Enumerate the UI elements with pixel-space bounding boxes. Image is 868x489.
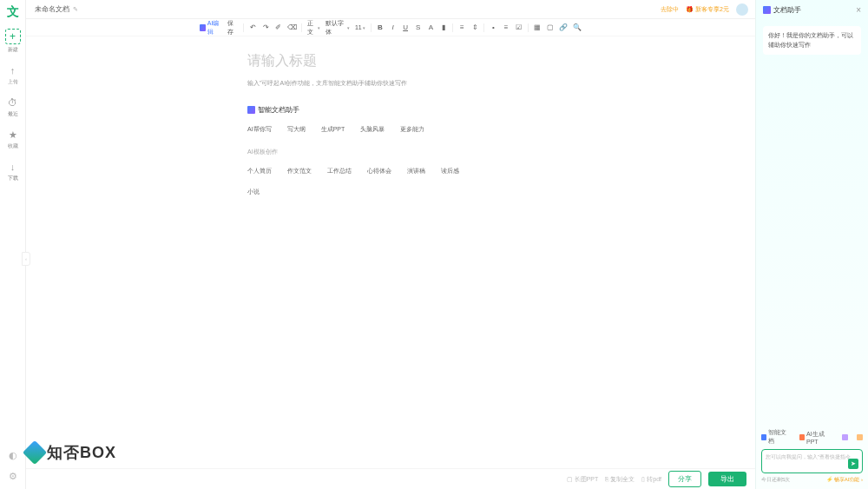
chip-outline[interactable]: 写大纲 — [287, 123, 306, 135]
close-icon[interactable]: × — [856, 5, 861, 15]
tab-smart-doc[interactable]: 智能文档 — [761, 428, 791, 446]
to-pdf-button[interactable]: ▯转pdf — [641, 475, 661, 484]
collapse-sidebar[interactable]: ‹ — [22, 252, 30, 266]
chip-resume[interactable]: 个人简历 — [247, 165, 272, 177]
long-image-button[interactable]: ▢长图PPT — [567, 475, 599, 484]
edit-icon[interactable]: ✎ — [73, 6, 78, 13]
copy-all-button[interactable]: ⎘复制全文 — [605, 475, 635, 484]
sidebar-label: 下载 — [8, 175, 18, 182]
star-icon: ★ — [7, 129, 19, 141]
assistant-panel: 文档助手 × 你好！我是你的文档助手，可以辅助你快速写作 智能文档 AI生成PP… — [755, 0, 868, 489]
upload-icon: ↑ — [7, 64, 19, 76]
ai-helper-header: 智能文档助手 — [247, 105, 595, 115]
bullet-list-icon[interactable]: • — [490, 23, 497, 32]
tab-extra-1[interactable] — [842, 434, 848, 440]
number-list-icon[interactable]: ≡ — [503, 23, 510, 32]
sidebar-label: 最近 — [8, 110, 18, 118]
input-placeholder: 您可以向我提问，输入"查看快捷指令 — [766, 453, 858, 461]
assistant-icon — [763, 6, 771, 14]
ai-helper-icon — [247, 106, 255, 114]
image-icon[interactable]: ▢ — [547, 23, 555, 32]
font-color-icon[interactable]: A — [427, 23, 435, 32]
ai-helper-panel: 智能文档助手 AI帮你写 写大纲 生成PPT 头脑风暴 更多能力 AI模板创作 … — [247, 105, 595, 198]
assistant-title: 文档助手 — [763, 5, 801, 15]
extra-icon — [857, 434, 863, 440]
separator — [371, 23, 372, 32]
chip-ai-write[interactable]: AI帮你写 — [247, 123, 272, 135]
tab-extra-2[interactable] — [857, 434, 863, 440]
headset-icon[interactable]: ◐ — [7, 449, 19, 461]
undo-icon[interactable]: ↶ — [249, 23, 257, 32]
sidebar-favorite[interactable]: ★ 收藏 — [4, 129, 22, 150]
download-icon: ↓ — [7, 161, 19, 173]
italic-icon[interactable]: I — [389, 23, 397, 32]
doc-icon — [761, 434, 766, 440]
sidebar-new[interactable]: + 新建 — [4, 29, 22, 54]
assistant-input[interactable]: 您可以向我提问，输入"查看快捷指令 ➤ — [761, 449, 863, 473]
brush-icon[interactable]: ✐ — [274, 23, 282, 32]
ai-actions-row: AI帮你写 写大纲 生成PPT 头脑风暴 更多能力 — [247, 123, 595, 135]
table-icon[interactable]: ▦ — [534, 23, 542, 32]
assistant-footer: 今日还剩5次 ⚡ 畅享AI功能 › — [761, 476, 863, 484]
chip-review[interactable]: 读后感 — [441, 165, 459, 177]
sidebar-label: 收藏 — [8, 142, 18, 150]
sidebar-recent[interactable]: ⏱ 最近 — [4, 96, 22, 118]
ppt-icon — [799, 434, 805, 440]
gift-icon: 🎁 — [686, 6, 694, 13]
bold-icon[interactable]: B — [377, 23, 385, 32]
chip-reflection[interactable]: 心得体会 — [367, 165, 391, 177]
quota-text: 今日还剩5次 — [761, 476, 790, 484]
copy-icon: ⎘ — [605, 476, 608, 482]
send-icon[interactable]: ➤ — [848, 459, 858, 469]
redo-icon[interactable]: ↷ — [262, 23, 270, 32]
highlight-icon[interactable]: ▮ — [440, 23, 448, 32]
chip-summary[interactable]: 工作总结 — [327, 165, 352, 177]
top-bar: 未命名文档 ✎ — [26, 0, 755, 19]
vip-link[interactable]: 去除中 — [661, 5, 679, 14]
checklist-icon[interactable]: ☑ — [515, 23, 523, 32]
chip-brainstorm[interactable]: 头脑风暴 — [360, 123, 385, 135]
clear-format-icon[interactable]: ⌫ — [287, 23, 296, 32]
export-button[interactable]: 导出 — [708, 472, 746, 486]
document-title[interactable]: 未命名文档 — [35, 4, 69, 14]
editor-toolbar: AI编辑 保存 ↶ ↷ ✐ ⌫ 正文 默认字体 11 B I U S A ▮ ≡… — [26, 19, 755, 36]
chip-more[interactable]: 更多能力 — [400, 123, 424, 135]
subtitle-hint: 输入"可呼起AI创作功能，文库智能文档助手辅助你快速写作 — [247, 79, 595, 88]
font-size-select[interactable]: 11 — [355, 24, 365, 30]
editor-area[interactable]: 请输入标题 输入"可呼起AI创作功能，文库智能文档助手辅助你快速写作 智能文档助… — [247, 52, 595, 198]
sidebar-bottom: ◐ ⚙ — [0, 449, 26, 482]
chip-novel[interactable]: 小说 — [247, 186, 260, 198]
save-button[interactable]: 保存 — [227, 19, 238, 36]
paragraph-style-select[interactable]: 正文 — [307, 19, 320, 36]
strike-icon[interactable]: S — [414, 23, 422, 32]
extra-icon — [842, 434, 848, 440]
font-select[interactable]: 默认字体 — [326, 19, 350, 36]
sidebar-download[interactable]: ↓ 下载 — [4, 161, 22, 182]
chip-ppt[interactable]: 生成PPT — [321, 123, 345, 135]
separator — [243, 23, 244, 32]
template-row-2: 小说 — [247, 186, 595, 198]
search-icon[interactable]: 🔍 — [573, 23, 582, 32]
align-icon[interactable]: ≡ — [458, 23, 466, 32]
clock-icon: ⏱ — [7, 96, 19, 109]
image-icon: ▢ — [567, 476, 573, 483]
title-placeholder[interactable]: 请输入标题 — [247, 52, 595, 70]
chip-speech[interactable]: 演讲稿 — [407, 165, 425, 177]
link-icon[interactable]: 🔗 — [559, 23, 568, 32]
user-avatar[interactable] — [736, 3, 748, 16]
gift-link[interactable]: 🎁 新客专享2元 — [686, 5, 729, 14]
separator — [301, 23, 302, 32]
template-row-1: 个人简历 作文范文 工作总结 心得体会 演讲稿 读后感 — [247, 165, 595, 177]
upgrade-link[interactable]: ⚡ 畅享AI功能 › — [826, 476, 863, 484]
assistant-tabs: 智能文档 AI生成PPT — [761, 428, 863, 446]
underline-icon[interactable]: U — [402, 23, 410, 32]
top-right-actions: 去除中 🎁 新客专享2元 — [661, 0, 748, 19]
sidebar-upload[interactable]: ↑ 上传 — [4, 64, 22, 86]
line-height-icon[interactable]: ⇕ — [471, 23, 479, 32]
ai-edit-button[interactable]: AI编辑 — [200, 19, 222, 36]
tab-ai-ppt[interactable]: AI生成PPT — [799, 430, 833, 445]
share-button[interactable]: 分享 — [668, 471, 701, 487]
template-section-label: AI模板创作 — [247, 148, 595, 156]
chip-essay[interactable]: 作文范文 — [287, 165, 312, 177]
settings-icon[interactable]: ⚙ — [7, 470, 19, 482]
